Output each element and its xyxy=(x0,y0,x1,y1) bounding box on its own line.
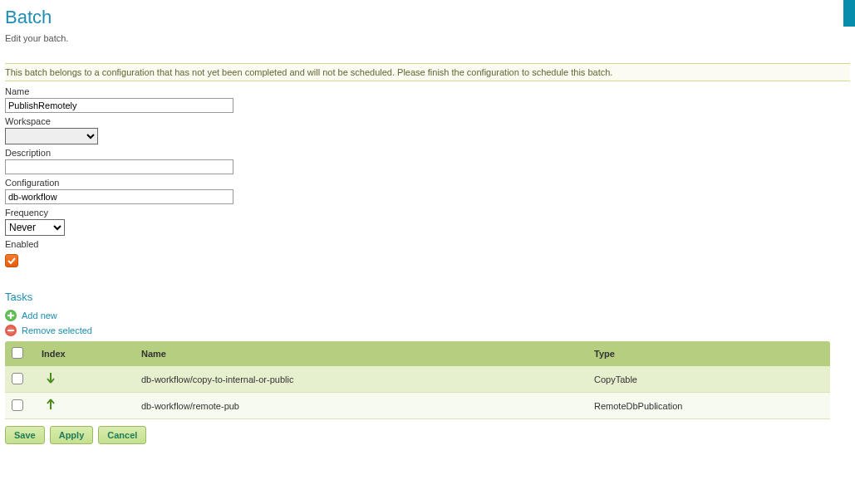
header-index: Index xyxy=(35,341,135,366)
table-row: db-workflow/remote-pub RemoteDbPublicati… xyxy=(5,393,830,419)
add-icon xyxy=(5,310,17,321)
top-accent-bar xyxy=(843,0,855,27)
add-new-label: Add new xyxy=(22,311,57,321)
page-subtitle: Edit your batch. xyxy=(5,33,850,43)
name-input[interactable] xyxy=(5,98,233,113)
apply-button[interactable]: Apply xyxy=(50,426,94,444)
task-name: db-workflow/copy-to-internal-or-public xyxy=(135,366,587,393)
save-button[interactable]: Save xyxy=(5,426,45,444)
enabled-label: Enabled xyxy=(5,239,850,249)
task-type: CopyTable xyxy=(587,366,830,393)
name-label: Name xyxy=(5,86,850,96)
configuration-label: Configuration xyxy=(5,178,850,188)
frequency-select[interactable]: Never xyxy=(5,219,65,236)
checkmark-icon xyxy=(7,256,17,266)
warning-message: This batch belongs to a configuration th… xyxy=(5,63,850,81)
row-checkbox[interactable] xyxy=(12,373,23,384)
description-label: Description xyxy=(5,148,850,158)
header-type: Type xyxy=(587,341,830,366)
tasks-section-title: Tasks xyxy=(5,291,850,303)
workspace-label: Workspace xyxy=(5,116,850,126)
header-name: Name xyxy=(135,341,587,366)
enabled-checkbox[interactable] xyxy=(5,254,18,267)
description-input[interactable] xyxy=(5,159,233,174)
arrow-up-icon[interactable] xyxy=(47,399,55,413)
tasks-table: Index Name Type db-workflow/copy-to-inte… xyxy=(5,341,830,419)
remove-selected-link[interactable]: Remove selected xyxy=(5,325,850,336)
task-type: RemoteDbPublication xyxy=(587,393,830,419)
remove-selected-label: Remove selected xyxy=(22,325,92,335)
page-title: Batch xyxy=(5,7,850,28)
configuration-input[interactable] xyxy=(5,189,233,204)
button-bar: Save Apply Cancel xyxy=(5,426,850,444)
add-new-link[interactable]: Add new xyxy=(5,310,850,321)
table-header-row: Index Name Type xyxy=(5,341,830,366)
cancel-button[interactable]: Cancel xyxy=(98,426,146,444)
workspace-select[interactable] xyxy=(5,128,98,144)
table-row: db-workflow/copy-to-internal-or-public C… xyxy=(5,366,830,393)
task-name: db-workflow/remote-pub xyxy=(135,393,587,419)
row-checkbox[interactable] xyxy=(12,399,23,411)
remove-icon xyxy=(5,325,17,336)
select-all-checkbox[interactable] xyxy=(12,347,23,359)
arrow-down-icon[interactable] xyxy=(47,372,55,386)
frequency-label: Frequency xyxy=(5,208,850,218)
